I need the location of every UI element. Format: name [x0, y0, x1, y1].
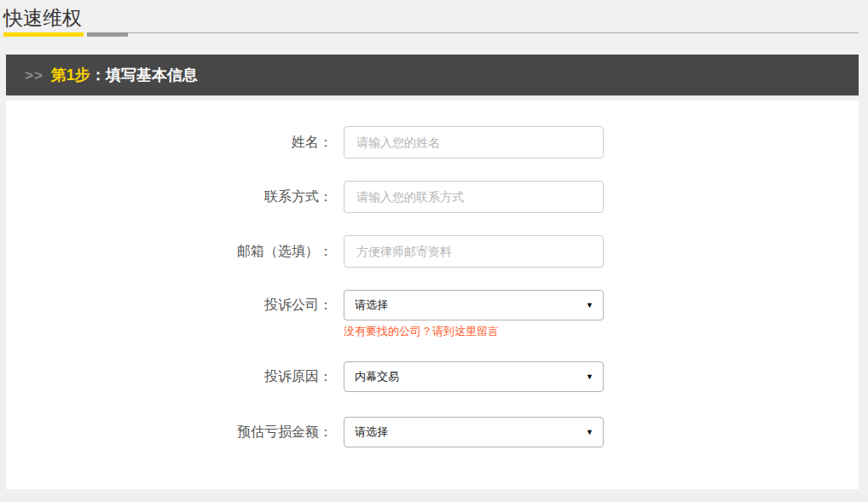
dropdown-arrow-icon: ▼ [586, 302, 593, 309]
name-input[interactable] [344, 126, 604, 159]
dropdown-arrow-icon: ▼ [586, 373, 593, 381]
name-row: 姓名： [6, 126, 859, 159]
estimated-loss-select-value: 请选择 [355, 424, 388, 440]
email-input[interactable] [344, 235, 604, 268]
title-accent-gray-bar [87, 32, 128, 37]
title-accent-yellow-bar [3, 32, 84, 37]
email-field-label: 邮箱（选填）： [6, 243, 333, 261]
reason-row: 投诉原因： 内幕交易 ▼ [6, 361, 859, 392]
title-underline [0, 32, 859, 38]
form-panel: 姓名： 联系方式： 邮箱（选填）： 投诉公司： 请选择 ▼ 没有要找的公司？请到… [6, 101, 859, 489]
step-header-bar: >> 第1步 ：填写基本信息 [6, 55, 859, 95]
page-title: 快速维权 [3, 5, 868, 31]
email-row: 邮箱（选填）： [6, 235, 859, 268]
double-chevron-icon: >> [25, 68, 43, 83]
company-field-label: 投诉公司： [6, 297, 333, 314]
complaint-reason-select-value: 内幕交易 [355, 369, 399, 384]
loss-field-label: 预估亏损金额： [6, 424, 333, 441]
company-help-row: 没有要找的公司？请到这里留言 [6, 323, 859, 339]
step-title-label: ：填写基本信息 [90, 65, 198, 85]
contact-row: 联系方式： [6, 181, 859, 213]
complaint-company-select[interactable]: 请选择 ▼ [344, 290, 604, 320]
contact-field-label: 联系方式： [6, 188, 333, 206]
complaint-company-select-value: 请选择 [355, 297, 388, 313]
estimated-loss-select[interactable]: 请选择 ▼ [344, 417, 604, 447]
company-block: 投诉公司： 请选择 ▼ 没有要找的公司？请到这里留言 [6, 290, 859, 339]
reason-field-label: 投诉原因： [6, 368, 333, 386]
name-field-label: 姓名： [6, 134, 333, 152]
divider-line [128, 32, 859, 33]
step-number-label: 第1步 [51, 65, 90, 85]
company-not-found-link[interactable]: 没有要找的公司？请到这里留言 [344, 325, 499, 338]
loss-row: 预估亏损金额： 请选择 ▼ [6, 417, 859, 447]
company-row: 投诉公司： 请选择 ▼ [6, 290, 859, 320]
dropdown-arrow-icon: ▼ [586, 429, 593, 436]
contact-input[interactable] [344, 181, 604, 213]
complaint-reason-select[interactable]: 内幕交易 ▼ [344, 361, 604, 392]
